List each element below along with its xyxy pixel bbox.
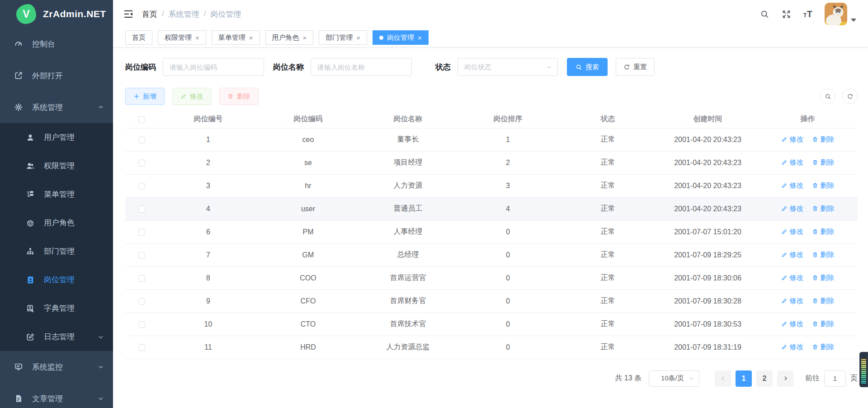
app-logo[interactable]: V ZrAdmin.NET xyxy=(0,0,113,28)
caret-down-icon[interactable] xyxy=(851,19,856,22)
sidebar-item-7[interactable]: 部门管理 xyxy=(0,237,113,266)
row-delete-link[interactable]: 删除 xyxy=(812,204,835,213)
page-number-button[interactable]: 1 xyxy=(736,370,752,387)
row-checkbox[interactable] xyxy=(138,206,145,213)
goto-page-input[interactable] xyxy=(824,370,846,387)
next-page-button[interactable] xyxy=(777,370,793,387)
sidebar-item-6[interactable]: 用户角色 xyxy=(0,209,113,237)
delete-button[interactable]: 删除 xyxy=(219,88,259,105)
refresh-table-icon[interactable] xyxy=(842,89,858,104)
row-delete-link[interactable]: 删除 xyxy=(812,342,835,352)
status-select[interactable]: 岗位状态 xyxy=(458,58,558,76)
row-checkbox[interactable] xyxy=(138,321,145,328)
sidebar-item-8[interactable]: 岗位管理 xyxy=(0,266,113,294)
row-checkbox[interactable] xyxy=(138,252,145,259)
fullscreen-icon[interactable] xyxy=(782,9,791,19)
row-actions-cell: 修改删除 xyxy=(758,243,858,266)
chevron-down-icon xyxy=(546,64,552,70)
close-icon[interactable]: × xyxy=(249,34,253,41)
cell-post-id: 2 xyxy=(158,151,258,174)
row-edit-link[interactable]: 修改 xyxy=(781,250,804,260)
row-edit-label: 修改 xyxy=(790,181,804,190)
row-checkbox[interactable] xyxy=(138,183,145,190)
sidebar-item-3[interactable]: 用户管理 xyxy=(0,123,113,152)
row-edit-link[interactable]: 修改 xyxy=(781,135,804,144)
color-strip-widget[interactable] xyxy=(859,352,868,387)
tab-item[interactable]: 首页 xyxy=(125,30,152,45)
row-edit-link[interactable]: 修改 xyxy=(781,204,804,213)
close-icon[interactable]: × xyxy=(356,34,360,41)
filter-form: 岗位编码 岗位名称 状态 岗位状态 搜索 重置 xyxy=(125,58,858,76)
trash-icon xyxy=(812,136,818,142)
breadcrumb-item[interactable]: 系统管理 xyxy=(169,9,199,19)
chevron-down-icon xyxy=(98,364,104,370)
breadcrumb-separator: / xyxy=(204,9,206,19)
cell-status: 正常 xyxy=(558,266,658,289)
close-icon[interactable]: × xyxy=(303,34,307,41)
row-delete-link[interactable]: 删除 xyxy=(812,250,835,260)
row-edit-link[interactable]: 修改 xyxy=(781,227,804,237)
sidebar-item-2[interactable]: 系统管理 xyxy=(0,91,113,123)
row-delete-link[interactable]: 删除 xyxy=(812,135,835,144)
tab-item[interactable]: 部门管理× xyxy=(319,30,367,45)
tab-item[interactable]: 用户角色× xyxy=(265,30,314,45)
search-icon[interactable] xyxy=(760,9,769,19)
user-menu[interactable] xyxy=(825,3,856,25)
sidebar-item-12[interactable]: 文章管理 xyxy=(0,383,113,408)
row-edit-link[interactable]: 修改 xyxy=(781,181,804,190)
breadcrumb-item[interactable]: 首页 xyxy=(142,9,157,19)
row-edit-link[interactable]: 修改 xyxy=(781,319,804,329)
sidebar-item-0[interactable]: 控制台 xyxy=(0,28,113,60)
row-checkbox[interactable] xyxy=(138,229,145,236)
row-delete-link[interactable]: 删除 xyxy=(812,158,835,167)
search-button[interactable]: 搜索 xyxy=(567,58,608,76)
row-edit-link[interactable]: 修改 xyxy=(781,296,804,306)
sidebar-collapse-icon[interactable] xyxy=(123,9,134,19)
page-number-button[interactable]: 2 xyxy=(756,370,773,387)
tab-item[interactable]: 权限管理× xyxy=(158,30,206,45)
post-code-input[interactable] xyxy=(163,58,264,76)
post-name-input[interactable] xyxy=(311,58,412,76)
page-size-select[interactable]: 10条/页 xyxy=(649,370,699,387)
dashboard-icon xyxy=(14,39,24,48)
tab-item[interactable]: 岗位管理× xyxy=(373,30,429,45)
row-delete-link[interactable]: 删除 xyxy=(812,296,835,306)
cell-created: 2001-07-09 18:30:28 xyxy=(658,289,758,313)
row-delete-link[interactable]: 删除 xyxy=(812,273,835,283)
sidebar-item-9[interactable]: 字典管理 xyxy=(0,294,113,323)
reset-button[interactable]: 重置 xyxy=(616,58,655,76)
avatar[interactable] xyxy=(825,3,847,25)
row-checkbox[interactable] xyxy=(138,298,145,305)
cell-post-id: 10 xyxy=(158,313,258,336)
row-checkbox[interactable] xyxy=(138,344,145,351)
cell-name: 普通员工 xyxy=(358,197,458,220)
row-checkbox[interactable] xyxy=(138,137,145,143)
sidebar-item-10[interactable]: 日志管理 xyxy=(0,323,113,351)
sidebar-item-5[interactable]: 菜单管理 xyxy=(0,180,113,209)
row-edit-link[interactable]: 修改 xyxy=(781,342,804,352)
cell-name: 董事长 xyxy=(358,128,458,151)
row-delete-link[interactable]: 删除 xyxy=(812,181,835,190)
cell-code: GM xyxy=(258,243,358,266)
close-icon[interactable]: × xyxy=(195,34,199,41)
add-button[interactable]: 新增 xyxy=(125,88,165,105)
prev-page-button[interactable] xyxy=(715,370,731,387)
sidebar-item-11[interactable]: 系统监控 xyxy=(0,351,113,383)
row-checkbox[interactable] xyxy=(138,160,145,166)
edit-button[interactable]: 修改 xyxy=(172,88,212,105)
row-edit-link[interactable]: 修改 xyxy=(781,273,804,283)
row-checkbox[interactable] xyxy=(138,275,145,282)
cell-name: 人力资源总监 xyxy=(358,336,458,359)
font-size-icon[interactable]: TT xyxy=(803,9,812,19)
row-delete-link[interactable]: 删除 xyxy=(812,227,835,237)
close-icon[interactable]: × xyxy=(418,34,422,41)
row-edit-link[interactable]: 修改 xyxy=(781,158,804,167)
tab-item[interactable]: 菜单管理× xyxy=(212,30,260,45)
sidebar-item-1[interactable]: 外部打开 xyxy=(0,60,113,91)
sidebar-item-4[interactable]: 权限管理 xyxy=(0,152,113,180)
sidebar-submenu: 用户管理权限管理菜单管理用户角色部门管理岗位管理字典管理日志管理 xyxy=(0,123,113,351)
hide-search-icon[interactable] xyxy=(820,89,835,104)
select-all-checkbox[interactable] xyxy=(138,116,145,123)
row-delete-link[interactable]: 删除 xyxy=(812,319,835,329)
row-edit-label: 修改 xyxy=(790,342,804,352)
